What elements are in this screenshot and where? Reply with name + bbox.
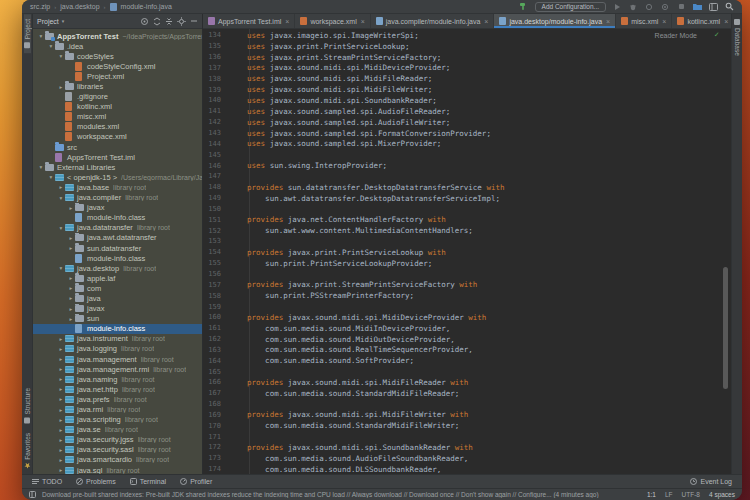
- tree-collapsed-arrow[interactable]: ▸: [57, 386, 65, 392]
- tree-row[interactable]: .gitignore: [33, 92, 202, 102]
- tree-collapsed-arrow[interactable]: ▸: [57, 366, 65, 372]
- close-icon[interactable]: ×: [285, 18, 289, 25]
- tree-row[interactable]: ▸javax: [33, 203, 202, 213]
- tree-row[interactable]: ▸java.selibrary root: [33, 425, 202, 435]
- tree-row[interactable]: workspace.xml: [33, 132, 202, 142]
- tree-row[interactable]: ▸java.security.jgsslibrary root: [33, 435, 202, 445]
- tree-row[interactable]: ▸java.management.rmilibrary root: [33, 364, 202, 374]
- tree-row[interactable]: module-info.class: [33, 324, 202, 334]
- tree-row[interactable]: ▸java.smartcardiolibrary root: [33, 455, 202, 465]
- close-icon[interactable]: ×: [361, 18, 365, 25]
- tool-tab-structure[interactable]: Structure: [24, 383, 31, 428]
- tree-row[interactable]: ▾< openjdk-15 >/Users/egormac/Library/Ja…: [33, 172, 202, 182]
- search-everywhere-icon[interactable]: [724, 2, 734, 12]
- editor-tab[interactable]: kotlinc.xml×: [672, 14, 731, 28]
- tree-collapsed-arrow[interactable]: ▸: [57, 336, 65, 342]
- tree-row[interactable]: ▸java.sqllibrary root: [33, 465, 202, 474]
- tool-window-button-problems[interactable]: Problems: [76, 478, 116, 485]
- editor-tab[interactable]: java.compiler/module-info.java×: [371, 14, 495, 28]
- tree-expanded-arrow[interactable]: ▾: [57, 225, 65, 231]
- status-message[interactable]: Download pre-built shared indexes: Pre-b…: [42, 491, 641, 498]
- tree-row[interactable]: ▾.idea: [33, 41, 202, 51]
- tool-window-button-profiler[interactable]: Profiler: [180, 478, 212, 485]
- tree-row[interactable]: ▸sun.datatransfer: [33, 243, 202, 253]
- expand-icon[interactable]: [153, 17, 161, 26]
- tree-expanded-arrow[interactable]: ▾: [37, 164, 45, 170]
- project-panel-title[interactable]: Project: [37, 18, 59, 25]
- tree-row[interactable]: ▸java.security.sasllibrary root: [33, 445, 202, 455]
- layout-icon[interactable]: [708, 2, 718, 12]
- tree-collapsed-arrow[interactable]: ▸: [57, 467, 65, 473]
- tree-row[interactable]: ▸java.instrumentlibrary root: [33, 334, 202, 344]
- inspection-ok-icon[interactable]: ✓: [714, 31, 719, 39]
- editor[interactable]: 134 uses javax.imageio.spi.ImageWriterSp…: [203, 29, 731, 474]
- settings-icon[interactable]: [177, 17, 186, 26]
- editor-tab[interactable]: AppsTorrent Test.iml×: [203, 14, 295, 28]
- tree-collapsed-arrow[interactable]: ▸: [67, 306, 75, 312]
- profiler-icon[interactable]: [660, 2, 670, 12]
- breadcrumb-item[interactable]: src.zip: [30, 3, 50, 10]
- tree-row[interactable]: ▸java.logginglibrary root: [33, 344, 202, 354]
- tree-collapsed-arrow[interactable]: ▸: [57, 346, 65, 352]
- tree-expanded-arrow[interactable]: ▾: [57, 53, 65, 59]
- tree-row[interactable]: module-info.class: [33, 213, 202, 223]
- reader-mode-label[interactable]: Reader Mode: [655, 32, 697, 39]
- debug-icon[interactable]: [628, 2, 638, 12]
- tree-collapsed-arrow[interactable]: ▸: [57, 184, 65, 190]
- tree-row[interactable]: misc.xml: [33, 112, 202, 122]
- tree-row[interactable]: ▸libraries: [33, 81, 202, 91]
- tool-tab-database[interactable]: Database: [734, 14, 741, 61]
- close-icon[interactable]: ×: [484, 18, 488, 25]
- tree-row[interactable]: ▸java.managementlibrary root: [33, 354, 202, 364]
- tree-row[interactable]: ▾java.desktoplibrary root: [33, 263, 202, 273]
- editor-tab[interactable]: java.desktop/module-info.java×: [494, 14, 616, 28]
- tool-tab-favorites[interactable]: Favorites: [24, 428, 31, 474]
- tree-collapsed-arrow[interactable]: ▸: [57, 396, 65, 402]
- build-hammer-icon[interactable]: [519, 2, 529, 12]
- collapse-all-icon[interactable]: [165, 17, 173, 26]
- tree-collapsed-arrow[interactable]: ▸: [57, 84, 65, 90]
- editor-tab[interactable]: workspace.xml×: [295, 14, 370, 28]
- tree-row[interactable]: ▸java.prefslibrary root: [33, 394, 202, 404]
- tree-row[interactable]: ▾codeStyles: [33, 51, 202, 61]
- tree-row[interactable]: Project.xml: [33, 71, 202, 81]
- tree-row[interactable]: ▾java.compilerlibrary root: [33, 193, 202, 203]
- tree-row[interactable]: ▸java.rmilibrary root: [33, 404, 202, 414]
- tree-collapsed-arrow[interactable]: ▸: [57, 376, 65, 382]
- tree-expanded-arrow[interactable]: ▾: [37, 33, 45, 39]
- run-icon[interactable]: [612, 2, 622, 12]
- stop-icon[interactable]: [676, 2, 686, 12]
- indent-indicator[interactable]: 4 spaces: [709, 491, 735, 498]
- tree-row[interactable]: ▾External Libraries: [33, 162, 202, 172]
- tree-row[interactable]: ▸com: [33, 283, 202, 293]
- tree-collapsed-arrow[interactable]: ▸: [67, 245, 75, 251]
- caret-position[interactable]: 1:1: [647, 491, 656, 498]
- tree-collapsed-arrow[interactable]: ▸: [67, 295, 75, 301]
- tree-row[interactable]: module-info.class: [33, 253, 202, 263]
- code-area[interactable]: 134 uses javax.imageio.spi.ImageWriterSp…: [203, 29, 731, 474]
- tree-expanded-arrow[interactable]: ▾: [47, 43, 55, 49]
- open-project-icon[interactable]: [692, 2, 702, 12]
- tree-row[interactable]: ▸sun: [33, 314, 202, 324]
- close-icon[interactable]: ×: [662, 18, 666, 25]
- breadcrumb-item[interactable]: module-info.java: [121, 3, 172, 10]
- tree-row[interactable]: ▾java.datatransferlibrary root: [33, 223, 202, 233]
- tree-row[interactable]: ▸java.scriptinglibrary root: [33, 415, 202, 425]
- tree-row[interactable]: kotlinc.xml: [33, 102, 202, 112]
- tree-row[interactable]: AppsTorrent Test.iml: [33, 152, 202, 162]
- tree-row[interactable]: ▸apple.laf: [33, 273, 202, 283]
- chevron-down-icon[interactable]: ▾: [62, 18, 65, 24]
- toolwindow-switcher-icon[interactable]: [29, 491, 36, 498]
- tree-row[interactable]: ▸java.naminglibrary root: [33, 374, 202, 384]
- tree-collapsed-arrow[interactable]: ▸: [57, 457, 65, 463]
- tree-collapsed-arrow[interactable]: ▸: [57, 437, 65, 443]
- tree-expanded-arrow[interactable]: ▾: [57, 195, 65, 201]
- tree-collapsed-arrow[interactable]: ▸: [67, 316, 75, 322]
- tool-window-button-terminal[interactable]: Terminal: [130, 478, 166, 485]
- tree-row[interactable]: ▸java.awt.datatransfer: [33, 233, 202, 243]
- tree-collapsed-arrow[interactable]: ▸: [67, 205, 75, 211]
- tree-collapsed-arrow[interactable]: ▸: [67, 235, 75, 241]
- tree-row[interactable]: ▸java.baselibrary root: [33, 182, 202, 192]
- add-configuration-button[interactable]: Add Configuration...: [535, 2, 606, 12]
- tree-collapsed-arrow[interactable]: ▸: [57, 447, 65, 453]
